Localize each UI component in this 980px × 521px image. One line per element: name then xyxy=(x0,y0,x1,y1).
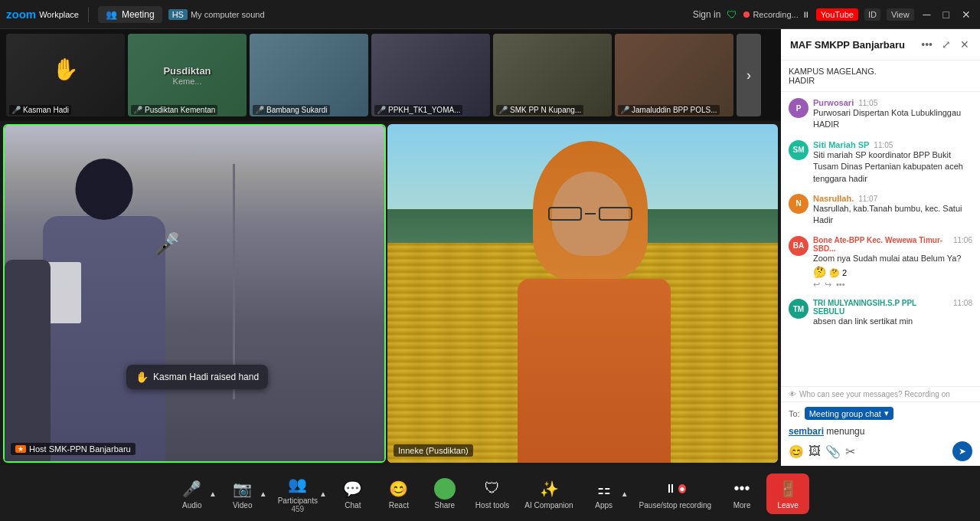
pause-recording-btn[interactable]: ⏸ ● Pause/stop recording xyxy=(633,473,718,514)
video-group: 📷 Video ▲ xyxy=(221,473,269,514)
chat-footer: To: Meeting group chat ▾ sembari menungu… xyxy=(781,401,980,466)
msg-purwosari-content: Purwosari 11:05 Purwosari Dispertan Kota… xyxy=(813,98,972,131)
gif-btn[interactable]: 🖼 xyxy=(808,444,821,458)
sender-purwosari: Purwosari xyxy=(813,98,854,107)
attach-btn[interactable]: 📎 xyxy=(825,444,841,459)
apps-caret[interactable]: ▲ xyxy=(619,490,630,498)
participants-icon: 👥 xyxy=(287,473,309,495)
more-btn[interactable]: ••• More xyxy=(720,473,763,514)
hosttools-icon: 🛡 xyxy=(482,478,503,500)
sound-source-label: HS xyxy=(168,9,188,20)
chat-to-select[interactable]: Meeting group chat ▾ xyxy=(805,407,893,420)
avatar-tri: TM xyxy=(789,299,808,319)
chat-title: MAF SMKPP Banjarbaru xyxy=(790,39,905,51)
audio-icon: 🎤 xyxy=(181,478,203,500)
text-purwosari: Purwosari Dispertan Kota Lubuklinggau HA… xyxy=(813,107,972,131)
video-icon: 📷 xyxy=(232,478,253,500)
thumb-nav-next[interactable]: › xyxy=(737,34,761,116)
id-badge: ID xyxy=(864,8,880,21)
mic-icon4: 🎤 xyxy=(377,106,386,114)
sound-indicator: HS My computer sound xyxy=(168,9,265,20)
react-icon: 😊 xyxy=(388,478,410,500)
minimize-icon[interactable]: ─ xyxy=(920,8,934,21)
sender-siti: Siti Mariah SP xyxy=(813,140,869,149)
hand-icon: ✋ xyxy=(52,57,79,82)
view-btn[interactable]: View xyxy=(887,8,914,21)
recording-label: Recording... xyxy=(753,10,798,19)
thumb-pusdiktan[interactable]: Pusdiktan Keme... 🎤 Pusdiktan Kementan xyxy=(128,34,247,116)
participants-btn[interactable]: 👥 Participants 459 xyxy=(272,469,324,518)
msg-siti-content: Siti Mariah SP 11:05 Siti mariah SP koor… xyxy=(813,140,972,185)
chat-more-btn[interactable]: ••• xyxy=(920,37,934,52)
more-icon: ••• xyxy=(731,478,753,500)
video-panel-right: Inneke (Pusdiktan) xyxy=(387,124,778,463)
participants-group: 👥 Participants 459 ▲ xyxy=(272,469,328,518)
keme-text: Keme... xyxy=(173,77,202,86)
thumb-jamal[interactable]: 🎤 Jamaluddin BPP POLS... xyxy=(615,34,733,116)
close-icon[interactable]: ✕ xyxy=(959,8,974,21)
forward-icon[interactable]: ↪ xyxy=(825,280,831,290)
raised-hand-tooltip: Kasman Hadi raised hand xyxy=(126,365,268,389)
chat-btn[interactable]: 💬 Chat xyxy=(332,473,374,514)
msg-purwosari: P Purwosari 11:05 Purwosari Dispertan Ko… xyxy=(789,98,972,131)
sender-tri: TRI MULYANINGSIH.S.P PPL SEBULU xyxy=(813,299,949,316)
mic-icon: 🎤 xyxy=(11,106,21,114)
msg-tri: TM TRI MULYANINGSIH.S.P PPL SEBULU 11:08… xyxy=(789,299,972,327)
thumb-kasman[interactable]: ✋ 🎤 Kasman Hadi xyxy=(6,34,125,116)
share-icon: ↑ xyxy=(434,478,456,500)
left-panel-label: ★ Host SMK-PPN Banjarbaru xyxy=(11,443,136,455)
maximize-icon[interactable]: □ xyxy=(940,8,952,21)
video-panel-left: 🎤 ★ Host SMK-PPN Banjarbaru xyxy=(3,124,386,463)
share-btn[interactable]: ↑ Share xyxy=(423,473,466,514)
hosttools-btn[interactable]: 🛡 Host tools xyxy=(469,473,515,514)
pause-recording-icon: ⏸ ● xyxy=(665,478,686,500)
sembari-word: sembari xyxy=(789,426,824,437)
msg-tri-content: TRI MULYANINGSIH.S.P PPL SEBULU 11:08 ab… xyxy=(813,299,972,327)
main-area: ✋ 🎤 Kasman Hadi Pusdiktan Keme... 🎤 Pusd… xyxy=(0,29,980,466)
aicompanion-btn[interactable]: ✨ AI Companion xyxy=(518,473,579,514)
leave-btn[interactable]: 🚪 Leave xyxy=(766,473,809,514)
main-video-grid: 🎤 ★ Host SMK-PPN Banjarbaru xyxy=(0,121,781,466)
campus-msg: KAMPUS MAGELANG. HADIR xyxy=(781,61,980,92)
youtube-btn[interactable]: YouTube xyxy=(816,8,858,21)
text-nasrullah: Nasrullah, kab.Tanah bumbu, kec. Satui H… xyxy=(813,203,972,227)
nasrullah-initials: N xyxy=(795,199,801,208)
chat-close-btn[interactable]: ✕ xyxy=(959,37,971,52)
text-siti: Siti mariah SP koordinator BPP Bukit Tus… xyxy=(813,149,972,185)
chat-icon: 💬 xyxy=(342,478,364,500)
avatar-nasrullah: N xyxy=(789,194,808,214)
reply-icon[interactable]: ↩ xyxy=(813,280,820,290)
more-icon[interactable]: ••• xyxy=(836,280,845,290)
text-tri: absen dan link sertikat min xyxy=(813,316,972,327)
chat-send-btn[interactable]: ➤ xyxy=(952,441,972,461)
chat-to-row: To: Meeting group chat ▾ xyxy=(789,407,972,420)
signin-btn[interactable]: Sign in xyxy=(693,9,721,20)
screenshot-btn[interactable]: ✂ xyxy=(845,444,855,459)
chat-panel: MAF SMKPP Banjarbaru ••• ⤢ ✕ KAMPUS MAGE… xyxy=(781,29,980,466)
microphone-icon: 🎤 xyxy=(154,231,181,257)
thumbnail-strip: ✋ 🎤 Kasman Hadi Pusdiktan Keme... 🎤 Pusd… xyxy=(0,29,781,121)
meeting-tab[interactable]: 👥 Meeting xyxy=(98,6,162,23)
thumb-label-smk: 🎤 SMK PP N Kupang... xyxy=(496,105,583,115)
chat-popout-btn[interactable]: ⤢ xyxy=(940,37,952,52)
who-can-see: 👁 Who can see your messages? Recording o… xyxy=(781,386,980,401)
msg-nasrullah: N Nasrullah. 11:07 Nasrullah, kab.Tanah … xyxy=(789,194,972,227)
video-caret[interactable]: ▲ xyxy=(258,490,269,498)
msg-bone-content: Bone Ate-BPP Kec. Wewewa Timur-SBD... 11… xyxy=(813,236,972,290)
thumb-label-kasman: 🎤 Kasman Hadi xyxy=(9,105,71,115)
rec-dot xyxy=(743,11,750,18)
apps-group: ⚏ Apps ▲ xyxy=(583,473,630,514)
audio-caret[interactable]: ▲ xyxy=(207,490,218,498)
thumb-label-ppkh: 🎤 PPKH_TK1_YOMA... xyxy=(374,105,462,115)
thumb-label-bambang: 🎤 Bambang Sukardi xyxy=(253,105,330,115)
chat-to-label: To: xyxy=(789,409,800,418)
thumb-smk[interactable]: 🎤 SMK PP N Kupang... xyxy=(493,34,612,116)
thumb-bambang[interactable]: 🎤 Bambang Sukardi xyxy=(250,34,368,116)
shield-icon: 🛡 xyxy=(727,8,737,21)
avatar-purwosari: P xyxy=(789,98,808,118)
emoji-btn[interactable]: 😊 xyxy=(789,444,804,459)
react-btn[interactable]: 😊 React xyxy=(377,473,420,514)
participants-caret[interactable]: ▲ xyxy=(318,490,328,498)
chat-header: MAF SMKPP Banjarbaru ••• ⤢ ✕ xyxy=(781,29,980,61)
thumb-ppkh[interactable]: 🎤 PPKH_TK1_YOMA... xyxy=(371,34,490,116)
